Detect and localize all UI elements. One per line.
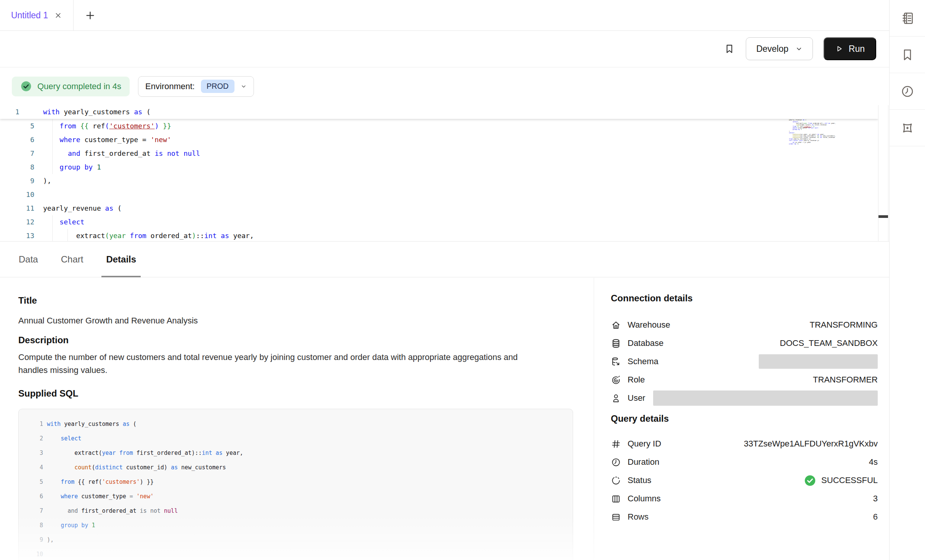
code-text: where customer_type = 'new' — [47, 489, 154, 504]
bookmark-icon — [724, 43, 735, 54]
code-text[interactable]: with yearly_customers as ( — [43, 105, 151, 119]
editor-sticky-line[interactable]: 1with yearly_customers as ( — [0, 105, 878, 119]
schema-icon — [611, 357, 621, 367]
role-value: TRANSFORMER — [813, 375, 878, 385]
rail-notebook-button[interactable] — [890, 0, 925, 37]
run-button[interactable]: Run — [824, 37, 876, 60]
environment-value-pill: PROD — [201, 80, 234, 93]
editor-line[interactable]: 8 group by 1 — [0, 160, 889, 174]
editor-scrollbar-track[interactable] — [878, 105, 888, 241]
bookmark-button[interactable] — [724, 43, 735, 54]
indent-guide — [52, 119, 53, 174]
sql-line: 6 where customer_type = 'new' — [19, 489, 573, 504]
line-number: 2 — [19, 431, 43, 446]
code-text: from {{ ref('customers') }} — [47, 475, 154, 489]
editor-line[interactable]: 6 where customer_type = 'new' — [0, 133, 889, 147]
code-text: and first_ordered_at is not null — [47, 504, 178, 518]
toolbar: Develop Run — [0, 30, 889, 67]
query-row-query-id: Query ID 33TZseWpe1ALFDUYerxR1gVKxbv — [611, 435, 878, 453]
status-value: SUCCESSFUL — [804, 474, 878, 487]
tab-chart[interactable]: Chart — [56, 242, 88, 277]
title-value: Annual Customer Growth and Revenue Analy… — [18, 314, 198, 327]
database-value: DOCS_TEAM_SANDBOX — [780, 338, 878, 348]
sql-line: 9), — [19, 533, 573, 547]
line-number: 8 — [0, 160, 34, 174]
dbt-cloud-ide: Untitled 1 Develop — [0, 0, 925, 560]
connection-row-warehouse: Warehouse TRANSFORMING — [611, 316, 878, 334]
code-text[interactable]: yearly_revenue as ( — [43, 202, 122, 215]
editor-line[interactable]: 13 extract(year from ordered_at)::int as… — [0, 229, 889, 241]
check-circle-icon — [804, 474, 816, 487]
line-number: 7 — [19, 504, 43, 518]
query-row-rows: Rows 6 — [611, 508, 878, 526]
notebook-icon — [900, 11, 915, 26]
right-icon-rail — [889, 0, 925, 560]
rows-value: 6 — [873, 512, 878, 522]
editor-line[interactable]: 1with yearly_customers as ( — [0, 105, 878, 119]
warehouse-value: TRANSFORMING — [810, 320, 878, 330]
editor-line[interactable]: 10 — [0, 188, 889, 202]
run-label: Run — [849, 44, 865, 54]
code-text[interactable]: and first_ordered_at is not null — [43, 147, 200, 160]
bookmark-icon — [900, 48, 915, 62]
editor-line[interactable]: 7 and first_ordered_at is not null — [0, 147, 889, 160]
line-number: 9 — [0, 174, 34, 188]
sql-editor[interactable]: 5 from {{ ref('customers') }}6 where cus… — [0, 105, 889, 241]
file-tab-bar: Untitled 1 — [0, 0, 889, 31]
editor-line[interactable]: 12 select — [0, 215, 889, 229]
duration-value: 4s — [869, 457, 878, 467]
code-text[interactable]: extract(year from ordered_at)::int as ye… — [43, 229, 254, 241]
editor-lines[interactable]: 5 from {{ ref('customers') }}6 where cus… — [0, 119, 889, 241]
user-icon — [611, 393, 621, 403]
editor-line[interactable]: 11yearly_revenue as ( — [0, 202, 889, 215]
tab-data[interactable]: Data — [14, 242, 43, 277]
line-number: 1 — [19, 417, 43, 431]
role-icon — [611, 375, 621, 385]
code-text[interactable]: where customer_type = 'new' — [43, 133, 171, 147]
code-text: with yearly_customers as ( — [47, 417, 137, 431]
code-text[interactable]: group by 1 — [43, 160, 101, 174]
editor-scrollbar-thumb[interactable] — [878, 215, 888, 218]
code-text[interactable]: ), — [43, 174, 51, 188]
editor-line[interactable]: 9), — [0, 174, 889, 188]
rows-icon — [611, 512, 621, 522]
develop-label: Develop — [756, 44, 788, 54]
description-heading: Description — [18, 335, 69, 346]
content-column: Untitled 1 Develop — [0, 0, 889, 560]
file-tab-untitled-1[interactable]: Untitled 1 — [0, 0, 74, 30]
line-number: 5 — [0, 119, 34, 133]
connection-details-heading: Connection details — [611, 293, 693, 304]
redacted-value — [759, 354, 878, 369]
code-text[interactable]: select — [43, 215, 84, 229]
sql-line: 8 group by 1 — [19, 518, 573, 533]
connection-row-database: Database DOCS_TEAM_SANDBOX — [611, 334, 878, 352]
details-left-column: Title Annual Customer Growth and Revenue… — [18, 278, 574, 560]
line-number: 5 — [19, 475, 43, 489]
editor-line[interactable]: 5 from {{ ref('customers') }} — [0, 119, 889, 133]
query-status-text: Query completed in 4s — [37, 82, 121, 91]
develop-dropdown[interactable]: Develop — [746, 37, 813, 60]
code-text: group by 1 — [47, 518, 95, 533]
environment-selector[interactable]: Environment: PROD — [138, 76, 254, 97]
pinwheel-star-icon — [900, 121, 915, 135]
hash-icon — [611, 439, 621, 449]
rail-explore-button[interactable] — [890, 110, 925, 146]
rail-history-button[interactable] — [890, 73, 925, 110]
chevron-down-icon — [241, 83, 247, 90]
query-row-columns: Columns 3 — [611, 490, 878, 508]
code-text[interactable]: from {{ ref('customers') }} — [43, 119, 171, 133]
close-icon[interactable] — [54, 11, 62, 19]
details-panel: Title Annual Customer Growth and Revenue… — [0, 278, 889, 560]
sql-line: 1with yearly_customers as ( — [19, 417, 573, 431]
code-text: count(distinct customer_id) as new_custo… — [47, 460, 226, 475]
tab-details[interactable]: Details — [101, 242, 141, 277]
line-number: 11 — [0, 202, 34, 215]
code-text: ), — [47, 533, 54, 547]
indent-guide — [52, 215, 53, 241]
new-tab-button[interactable] — [85, 10, 95, 21]
line-number: 10 — [19, 547, 43, 560]
supplied-sql-heading: Supplied SQL — [18, 388, 78, 399]
warehouse-icon — [611, 320, 621, 330]
result-tab-bar: Data Chart Details — [0, 241, 889, 277]
rail-bookmark-button[interactable] — [890, 37, 925, 73]
